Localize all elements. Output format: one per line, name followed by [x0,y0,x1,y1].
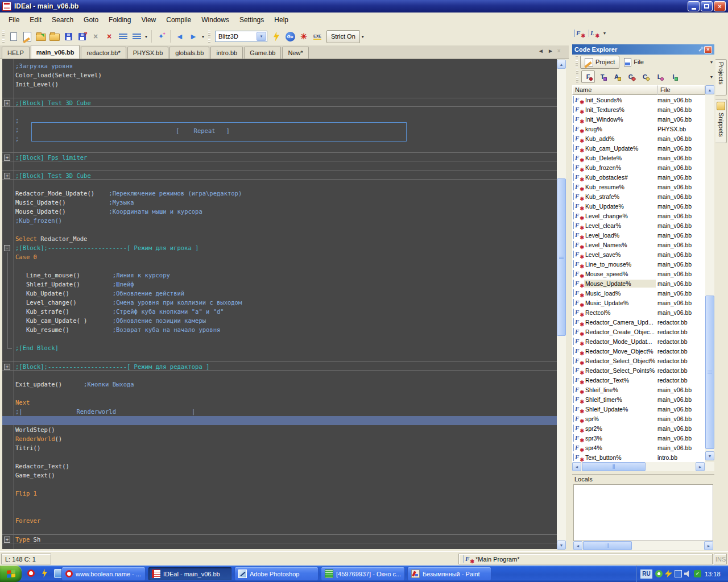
arrays-filter-icon[interactable]: A [610,70,623,83]
taskbar-task-1[interactable]: www.boolean.name - ... [61,567,146,581]
save-button[interactable] [61,30,75,43]
explorer-item[interactable]: F✱Kub_strafe%main_v06.bb [572,192,705,201]
navigate-forward-button[interactable]: ► [187,30,200,43]
menu-item-search[interactable]: Search [47,14,78,26]
menu-item-file[interactable]: File [3,14,24,26]
explorer-filter-grip[interactable] [576,70,578,83]
quick-launch-opera-icon[interactable] [26,568,36,578]
close-all-button[interactable]: × [102,30,116,43]
volume-icon[interactable] [684,570,692,577]
explorer-vscroll-thumb[interactable] [705,296,714,449]
taskbar-task-4[interactable]: [459769937] - Окно с... [321,567,405,581]
explorer-vscrollbar[interactable]: ▼ [705,95,714,451]
menu-item-windows[interactable]: Windows [196,14,234,26]
menu-item-help[interactable]: Help [269,14,293,26]
menu-item-compile[interactable]: Compile [161,14,196,26]
open-file-button[interactable] [34,30,48,43]
close-button[interactable]: × [714,1,726,11]
run-button[interactable]: Go [283,30,297,43]
doc-tab-new[interactable]: New* [282,47,308,59]
explorer-item[interactable]: F✱Kub_cam_Update%main_v06.bb [572,143,705,153]
explorer-item[interactable]: F✱Kub_Update%main_v06.bb [572,201,705,211]
explorer-item[interactable]: F✱Redactor_Camera_Upd...redactor.bb [572,317,705,327]
winamp-icon[interactable] [665,570,672,577]
tab-scroll-left-icon[interactable]: ◄ [538,48,544,54]
editor-surface[interactable]: [ Repeat ] ;Загрузка уровняColor_load(Se… [2,59,557,549]
explorer-item[interactable]: F✱Kub_frozen%main_v06.bb [572,163,705,172]
editor-scroll-up-icon[interactable]: ▲ [557,60,566,69]
build-exe-button[interactable]: EXE [311,30,324,43]
mini-toolbar-caret[interactable]: ▼ [602,31,607,35]
explorer-item[interactable]: F✱Redactor_Create_Objec...redactor.bb [572,327,705,336]
explorer-item[interactable]: F✱Shleif_timer%main_v06.bb [572,394,705,404]
doc-tab-globals-bb[interactable]: globals.bb [169,47,209,59]
doc-tab-game-bb[interactable]: Game.bb [244,47,281,59]
save-all-button[interactable]: ? [75,30,89,43]
explorer-item[interactable]: F✱Init_Sounds%main_v06.bb [572,95,705,105]
locals-hscroll-thumb[interactable] [583,541,632,550]
explorer-scroll-up-icon[interactable]: ▲ [705,85,714,94]
reload-file-button[interactable] [48,30,61,43]
explorer-filter-caret[interactable]: ▼ [709,75,714,79]
strict-mode-button[interactable]: Strict On [326,30,360,43]
explorer-item[interactable]: F✱Redactor_Select_Object%redactor.bb [572,356,705,365]
explorer-scroll-right-icon[interactable]: ► [696,462,705,471]
folding-dropdown-caret[interactable]: ▼ [143,35,149,39]
includes-filter-icon[interactable]: I [667,70,680,83]
new-file-button[interactable] [7,30,20,43]
explorer-item[interactable]: F✱Kub_resume%main_v06.bb [572,182,705,192]
explorer-item[interactable]: F✱Text_button%intro.bb [572,452,705,462]
fold-expand-icon[interactable]: + [4,173,10,179]
explorer-item[interactable]: F✱Redactor_Text%redactor.bb [572,375,705,385]
consts-filter-icon[interactable]: C [638,70,652,83]
explorer-item[interactable]: F✱Rectcol%main_v06.bb [572,307,705,317]
fold-expand-icon[interactable]: + [4,155,10,161]
language-indicator[interactable]: RU [640,569,652,579]
functions-filter-icon[interactable]: F [581,70,595,83]
wizard-button[interactable]: ✦✦ [154,30,168,43]
toolbar-grip-2[interactable] [208,30,210,43]
locals-scroll-left-icon[interactable]: ◄ [573,541,582,550]
compiler-dropdown-icon[interactable]: ▼ [257,32,266,41]
explorer-tabs-grip[interactable] [576,56,578,68]
collapse-folds-button[interactable] [116,30,130,43]
explorer-tab-file[interactable]: File [619,56,648,69]
taskbar-clock[interactable]: 13:18 [705,571,721,577]
labels-filter-icon[interactable]: L [652,70,666,83]
types-filter-icon[interactable]: T [595,70,609,83]
explorer-item[interactable]: F✱spr3%main_v06.bb [572,433,705,443]
display-icon[interactable] [675,570,682,577]
explorer-item[interactable]: F✱spr%main_v06.bb [572,414,705,423]
explorer-item[interactable]: F✱spr4%main_v06.bb [572,443,705,452]
minimize-button[interactable] [688,1,700,11]
explorer-hscroll-thumb[interactable] [582,462,646,471]
quick-labels-icon[interactable]: L✱ [589,30,598,37]
doc-tab-intro-bb[interactable]: intro.bb [210,47,243,59]
compiler-select[interactable]: Blitz3D ▼ [215,31,267,42]
locals-scroll-right-icon[interactable]: ► [704,541,713,550]
explorer-item[interactable]: F✱Mouse_Update%main_v06.bb [572,278,705,288]
maximize-button[interactable] [701,1,713,11]
debug-button[interactable]: ✳ [297,30,311,43]
taskbar-task-2[interactable]: IDEal - main_v06.bb [148,567,232,581]
column-header-name[interactable]: Name [572,85,657,95]
explorer-item[interactable]: F✱Redactor_Mode_Updat...redactor.bb [572,336,705,346]
explorer-item[interactable]: F✱Init_Window%main_v06.bb [572,114,705,124]
explorer-item[interactable]: F✱Level_change%main_v06.bb [572,211,705,221]
column-header-file[interactable]: File [657,85,705,95]
editor-vscroll-thumb[interactable] [557,178,566,336]
explorer-item[interactable]: F✱Init_Textures%main_v06.bb [572,105,705,114]
explorer-item[interactable]: F✱Level_Names%main_v06.bb [572,240,705,250]
icq-flower-icon[interactable] [655,570,663,577]
explorer-item[interactable]: F✱Level_load%main_v06.bb [572,230,705,240]
doc-tab-redactor-bb[interactable]: redactor.bb* [81,47,126,59]
explorer-tabs-caret[interactable]: ▼ [709,60,714,64]
explorer-item[interactable]: F✱Shleif_Update%main_v06.bb [572,404,705,414]
pin-icon[interactable] [697,46,704,53]
explorer-item[interactable]: F✱Level_clear%main_v06.bb [572,221,705,230]
menu-item-view[interactable]: View [136,14,161,26]
expand-folds-button[interactable] [130,30,143,43]
explorer-scroll-left-icon[interactable]: ◄ [572,462,581,471]
explorer-hscrollbar[interactable]: ◄ ► [572,462,714,471]
explorer-item[interactable]: F✱spr2%main_v06.bb [572,423,705,433]
